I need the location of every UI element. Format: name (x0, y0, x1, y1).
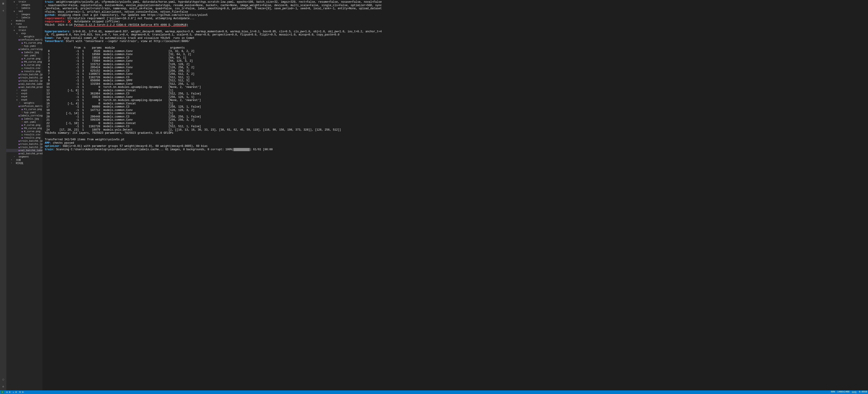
file-explorer[interactable]: ∨train›images›labels∨val›images›labels›m… (6, 0, 42, 390)
tree-item[interactable]: ▣labels.jpg (6, 117, 42, 121)
chevron-icon: › (13, 26, 16, 28)
tree-item[interactable]: ∨exp5 (6, 98, 42, 101)
tree-item[interactable]: ›exp4 (6, 95, 42, 98)
tree-item[interactable]: ▣F1_curve.png (6, 108, 42, 111)
tree-label: exp3 (21, 92, 27, 95)
tree-item[interactable]: ▣P_curve.png (6, 124, 42, 127)
tree-item[interactable]: ▣results.png (6, 70, 42, 73)
status-ports[interactable]: ⟲ 0 (19, 391, 24, 394)
testing-icon[interactable]: ⚗ (1, 8, 5, 13)
tree-label: images (21, 13, 30, 16)
tree-item[interactable]: !hyp.yaml (6, 44, 42, 48)
tree-item[interactable]: ▣confusion_matrix.png (6, 38, 42, 41)
tree-label: labels_correlogram.jpg (20, 114, 42, 117)
tree-label: models (16, 20, 25, 22)
extensions-icon[interactable]: ▦ (1, 1, 5, 5)
file-icon: ▣ (19, 149, 20, 152)
tree-label: results.png (24, 136, 40, 139)
tree-label: P_curve.png (24, 57, 40, 60)
file-icon: ▣ (21, 64, 24, 66)
status-warnings[interactable]: ⚠ 9 (13, 391, 17, 394)
tree-item[interactable]: ›weights (6, 101, 42, 105)
account-icon[interactable]: ◯ (1, 377, 5, 381)
tree-item[interactable]: ▣val_batch0_pred.jpg (6, 86, 42, 89)
tree-item[interactable]: ∨train (6, 29, 42, 32)
file-icon: ▤ (21, 67, 24, 70)
chevron-icon: ∨ (13, 1, 16, 3)
tree-item[interactable]: ∨exp (6, 32, 42, 35)
tree-item[interactable]: ▣labels_correlogram.jpg (6, 114, 42, 117)
tree-item[interactable]: ▤results.csv (6, 133, 42, 136)
tree-item[interactable]: ›models (6, 19, 42, 22)
tree-item[interactable]: ▣train_batch0.jpg (6, 73, 42, 76)
tree-item[interactable]: ›exp3 (6, 92, 42, 95)
tree-label: results.csv (24, 67, 40, 70)
tree-item[interactable]: ▣F1_curve.png (6, 41, 42, 44)
tree-item[interactable]: ›images (6, 3, 42, 6)
file-icon: ▣ (19, 140, 20, 142)
status-zoom[interactable]: 60% (831, 391, 835, 394)
tree-item[interactable]: ▣confusion_matrix.png (6, 105, 42, 108)
tree-item[interactable]: ▣train_batch1.jpg (6, 142, 42, 146)
tree-item[interactable]: ∨runs (6, 22, 42, 26)
tree-item[interactable]: ›weights (6, 35, 42, 38)
tree-item[interactable]: !hyp.yaml (6, 111, 42, 114)
tree-item[interactable]: ▣train_batch2.jpg (6, 146, 42, 149)
tree-label: labels_correlogram.jpg (20, 48, 42, 51)
tree-item[interactable]: ▣train_batch1.jpg (6, 76, 42, 79)
tree-label: F1_curve.png (24, 108, 42, 111)
tree-item[interactable]: ▤results.csv (6, 67, 42, 70)
chevron-icon: ∨ (13, 10, 16, 13)
tree-item[interactable]: ▣train_batch2.jpg (6, 79, 42, 83)
status-errors[interactable]: ⊘ 0 (6, 391, 10, 394)
tree-label: labels (21, 7, 30, 9)
tree-item[interactable]: ▣R_curve.png (6, 64, 42, 67)
tree-label: train (19, 29, 26, 32)
tree-label: labels (21, 16, 30, 19)
tree-label: segment (19, 156, 29, 158)
file-icon: ▤ (21, 133, 24, 136)
file-icon: ▣ (21, 61, 24, 63)
tree-item[interactable]: ›segment (6, 155, 42, 158)
tree-item[interactable]: ›images (6, 13, 42, 16)
tree-item[interactable]: ▣val_batch0_labels.jpg (6, 83, 42, 86)
tree-item[interactable]: ›detect (6, 26, 42, 29)
file-icon: ! (21, 121, 24, 123)
file-icon: ! (21, 111, 24, 113)
tree-item[interactable]: ∨val (6, 10, 42, 13)
tree-item[interactable]: ▣labels_correlogram.jpg (6, 48, 42, 51)
tree-item[interactable]: !opt.yaml (6, 54, 42, 57)
tree-item[interactable]: ▣train_batch0.jpg (6, 139, 42, 142)
tree-item[interactable]: ›exp2 (6, 89, 42, 92)
tree-item[interactable]: ›labels (6, 6, 42, 10)
status-remote-icon[interactable]: ⚡ (1, 391, 4, 394)
tree-label: images (21, 4, 30, 6)
tree-label: exp2 (21, 89, 27, 92)
tree-item[interactable]: ›labels (6, 16, 42, 19)
chevron-icon: › (16, 96, 18, 98)
tree-item[interactable]: ›大纲 (6, 158, 42, 162)
tree-label: val_batch0_labels.jpg (20, 83, 42, 86)
tree-item[interactable]: ▣PR_curve.png (6, 60, 42, 64)
tree-label: weights (24, 35, 34, 38)
tree-item[interactable]: ▣labels.jpg (6, 51, 42, 54)
tree-item[interactable]: ›时间线 (6, 162, 42, 165)
chevron-icon: › (19, 102, 21, 104)
tree-item[interactable]: ▣R_curve.png (6, 130, 42, 133)
activity-bar: ▦ ⚗ ◯ ⚙ (0, 0, 6, 390)
tree-item[interactable]: ▣results.png (6, 136, 42, 139)
status-filesize: 9.05kB (859, 391, 867, 394)
tree-item[interactable]: ▣PR_curve.png (6, 127, 42, 130)
tree-label: confusion_matrix.png (20, 105, 42, 107)
tree-item[interactable]: ▣val_batch0_pred.jpg (6, 152, 42, 155)
tree-item[interactable]: !opt.yaml (6, 121, 42, 124)
terminal-output[interactable]: train: weights=weights/yolov5s.pt, cfg=m… (42, 0, 868, 390)
tree-label: exp5 (21, 98, 27, 101)
gear-icon[interactable]: ⚙ (1, 385, 5, 389)
tree-label: R_curve.png (24, 130, 40, 133)
tree-item[interactable]: ▣val_batch0_labels.jpg (6, 149, 42, 152)
tree-label: hyp.yaml (24, 111, 36, 114)
tree-item[interactable]: ∨train (6, 0, 42, 3)
chevron-icon: ∨ (10, 23, 13, 25)
tree-item[interactable]: ▣P_curve.png (6, 57, 42, 60)
